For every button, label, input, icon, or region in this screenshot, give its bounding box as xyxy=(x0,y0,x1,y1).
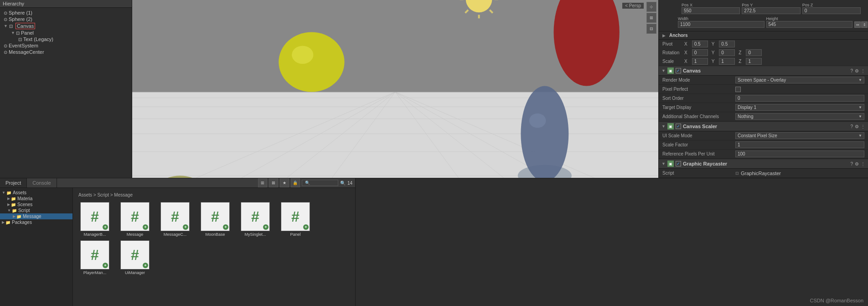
hierarchy-item-eventsystem[interactable]: ⊙ EventSystem xyxy=(0,42,132,49)
rot-x-val[interactable]: 0 xyxy=(692,49,708,56)
additional-shader-value[interactable]: Nothing ▼ xyxy=(735,113,864,120)
scene-tool-btn-1[interactable]: ⊹ xyxy=(646,2,656,12)
target-display-dropdown[interactable]: Display 1 ▼ xyxy=(735,104,864,111)
tab-project[interactable]: Project xyxy=(0,178,27,187)
scale-factor-input[interactable]: 1 xyxy=(735,141,864,148)
asset-item-mysinglet[interactable]: # + MySinglet... xyxy=(237,202,274,237)
scale-factor-value[interactable]: 1 xyxy=(735,141,864,148)
canvas-menu-btn[interactable]: ⋮ xyxy=(861,68,865,73)
graphic-raycaster-check[interactable]: ✓ xyxy=(676,161,681,166)
render-mode-label: Render Mode xyxy=(662,78,735,83)
ref-pixels-label: Reference Pixels Per Unit xyxy=(662,151,735,156)
canvas-settings-btn[interactable]: ⚙ xyxy=(855,68,859,73)
tree-item-assets[interactable]: ▼ 📁 Assets xyxy=(0,190,72,196)
hierarchy-item-panel[interactable]: ▼ ⊡ Panel xyxy=(0,30,132,36)
asset-plus-mysinglet: + xyxy=(263,224,269,230)
rot-y-val[interactable]: 0 xyxy=(719,49,735,56)
pixel-perfect-checkbox[interactable]: ✓ xyxy=(735,87,741,92)
canvas-help-btn[interactable]: ? xyxy=(850,68,853,73)
sort-order-value[interactable]: 0 xyxy=(735,95,864,102)
canvas-scaler-help-btn[interactable]: ? xyxy=(850,124,853,129)
asset-icon-moonbase: # + xyxy=(201,202,230,231)
tree-item-scenes[interactable]: ▶ 📁 Scenes xyxy=(0,202,72,207)
width-input[interactable]: 1100 xyxy=(678,21,765,28)
scale-z-val[interactable]: 1 xyxy=(746,58,762,65)
render-mode-dropdown[interactable]: Screen Space - Overlay ▼ xyxy=(735,77,864,83)
pivot-x-val[interactable]: 0.5 xyxy=(692,41,708,47)
scale-row: Scale X 1 Y 1 Z 1 xyxy=(659,57,868,66)
tab-console[interactable]: Console xyxy=(27,178,57,187)
scale-z-label: Z xyxy=(739,59,741,64)
scene-view[interactable]: ⊹ ⊞ ⊟ < Persp xyxy=(132,0,658,178)
hierarchy-item-textlegacy[interactable]: ⊡ Text (Legacy) xyxy=(0,36,132,42)
hierarchy-item-canvas[interactable]: ▼ ⊡ Canvas xyxy=(0,22,132,30)
pos-z-input[interactable]: 0 xyxy=(802,7,861,14)
graphic-raycaster-settings-btn[interactable]: ⚙ xyxy=(855,161,859,166)
asset-item-playerma[interactable]: # + PlayerMan... xyxy=(77,240,113,275)
pos-y-input[interactable]: 272.5 xyxy=(742,7,800,14)
rot-z-val[interactable]: 0 xyxy=(746,49,762,56)
height-input[interactable]: 545 xyxy=(766,21,853,28)
expand-btn-1[interactable]: ⇔ xyxy=(854,21,861,28)
sort-order-input[interactable]: 0 xyxy=(735,95,864,102)
hierarchy-item-sphere2[interactable]: ⊙ Sphere (2) xyxy=(0,16,132,22)
pos-y-header: Pos Y xyxy=(742,3,800,7)
canvas-scaler-menu-btn[interactable]: ⋮ xyxy=(861,124,865,129)
tree-item-script[interactable]: ▼ 📁 Script xyxy=(0,207,72,213)
render-mode-value[interactable]: Screen Space - Overlay ▼ xyxy=(735,77,864,83)
additional-shader-dropdown[interactable]: Nothing ▼ xyxy=(735,113,864,120)
hierarchy-item-sphere1[interactable]: ⊙ Sphere (1) xyxy=(0,10,132,16)
asset-item-managerb[interactable]: # + ManagerB... xyxy=(77,202,113,237)
svg-marker-1 xyxy=(132,92,658,178)
canvas-scaler-icon: ▣ xyxy=(667,123,674,130)
asset-item-uimanager[interactable]: # + UiManager xyxy=(117,240,153,275)
persp-label: < Persp xyxy=(622,3,644,9)
ref-pixels-value[interactable]: 100 xyxy=(735,150,864,157)
target-display-value[interactable]: Display 1 ▼ xyxy=(735,104,864,111)
scale-y-val[interactable]: 1 xyxy=(719,58,735,65)
scene-svg xyxy=(132,0,658,178)
additional-shader-arrow: ▼ xyxy=(858,114,862,119)
graphic-raycaster-title: Graphic Raycaster xyxy=(683,161,849,166)
expand-btn-2[interactable]: ⇕ xyxy=(861,21,868,28)
scale-x-val[interactable]: 1 xyxy=(692,58,708,65)
project-tool-btn-1[interactable]: ⊞ xyxy=(258,178,267,187)
sphere2-icon: ⊙ xyxy=(4,17,7,22)
hierarchy-item-messagecenter[interactable]: ⊙ MessageCenter xyxy=(0,49,132,55)
messagecenter-label: MessageCenter xyxy=(9,49,44,55)
scene-tool-btn-2[interactable]: ⊞ xyxy=(646,13,656,23)
target-display-row: Target Display Display 1 ▼ xyxy=(659,103,868,112)
sort-order-label: Sort Order xyxy=(662,96,735,101)
asset-item-messagec[interactable]: # + MessageC... xyxy=(157,202,193,237)
canvas-scaler-settings-btn[interactable]: ⚙ xyxy=(855,124,859,129)
asset-item-panel[interactable]: # + Panel xyxy=(277,202,314,237)
project-tool-btn-3[interactable]: ★ xyxy=(280,178,289,187)
ref-pixels-input[interactable]: 100 xyxy=(735,150,864,157)
canvas-scaler-check[interactable]: ✓ xyxy=(676,124,681,129)
pivot-y-val[interactable]: 0.5 xyxy=(719,41,735,47)
scene-tool-btn-3[interactable]: ⊟ xyxy=(646,24,656,34)
tree-item-materia[interactable]: ▶ 📁 Materia xyxy=(0,196,72,202)
ui-scale-mode-value[interactable]: Constant Pixel Size ▼ xyxy=(735,132,864,139)
tree-item-packages[interactable]: ▶ 📁 Packages xyxy=(0,219,72,225)
project-tool-btn-4[interactable]: 🔒 xyxy=(291,178,300,187)
asset-icon-uimanager: # + xyxy=(120,240,150,270)
scenes-arrow: ▶ xyxy=(7,202,10,207)
inspector-scroll[interactable]: Pos X 550 Pos Y 272.5 Pos Z 0 xyxy=(659,0,868,178)
sphere2-label: Sphere (2) xyxy=(9,16,32,22)
graphic-raycaster-menu-btn[interactable]: ⋮ xyxy=(861,161,865,166)
search-box[interactable]: 🔍 xyxy=(302,180,338,186)
ui-scale-mode-dropdown[interactable]: Constant Pixel Size ▼ xyxy=(735,132,864,139)
asset-item-message[interactable]: # + Message xyxy=(117,202,153,237)
asset-item-moonbase[interactable]: # + MoonBase xyxy=(197,202,233,237)
canvas-comp-check[interactable]: ✓ xyxy=(676,68,681,73)
panel-icon: ⊡ xyxy=(16,31,20,36)
hierarchy-title: Hierarchy xyxy=(3,1,24,6)
eventsystem-icon: ⊙ xyxy=(4,43,7,48)
project-tool-btn-2[interactable]: ⊠ xyxy=(269,178,278,187)
assets-icon: 📁 xyxy=(6,191,11,195)
tree-item-message[interactable]: ▶ 📁 Message xyxy=(0,213,72,219)
pos-x-input[interactable]: 550 xyxy=(682,7,740,14)
graphic-raycaster-help-btn[interactable]: ? xyxy=(850,161,853,166)
bottom-area: Project Console ⊞ ⊠ ★ 🔒 🔍 🔍 14 ▼ xyxy=(0,178,868,306)
